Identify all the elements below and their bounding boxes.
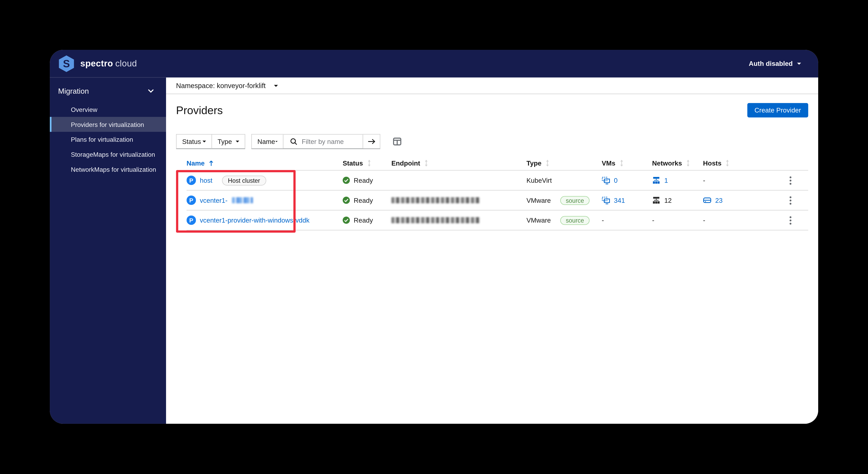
caret-down-icon [202,140,207,143]
create-provider-button[interactable]: Create Provider [747,103,808,118]
networks-value: - [652,216,654,224]
search-field-wrap [283,135,363,148]
sidebar-section-migration[interactable]: Migration [50,84,166,97]
row-kebab-menu-button[interactable] [788,194,794,206]
status-text: Ready [354,176,373,184]
ready-check-icon [343,216,350,224]
page-content: Providers Create Provider Status Type [166,103,818,230]
row-actions-cell [756,214,808,227]
hosts-value[interactable]: 23 [715,196,722,204]
sort-icon[interactable] [545,159,550,167]
network-icon [652,177,660,184]
column-header-endpoint[interactable]: Endpoint [391,159,526,167]
column-header-status[interactable]: Status [343,159,392,167]
name-filter-label: Name [257,138,275,146]
networks-value[interactable]: 1 [664,176,668,184]
row-kebab-menu-button[interactable] [788,174,794,186]
network-icon [652,197,660,204]
name-cell: PhostHost cluster [187,175,343,185]
column-header-hosts[interactable]: Hosts [703,159,808,167]
caret-down-icon [797,62,802,65]
vms-value[interactable]: 341 [614,196,625,204]
type-text: VMware [527,216,551,224]
svg-text:S: S [63,58,70,69]
app-window: S spectrocloud Auth disabled Migration O… [50,50,818,424]
source-badge: source [560,196,590,205]
table-row: Pvcenter1-provider-with-windows-vddkRead… [187,211,808,231]
sort-icon[interactable] [686,159,690,167]
vms-value[interactable]: 0 [614,176,618,184]
sidebar: Migration OverviewProviders for virtuali… [50,78,166,424]
vms-cell: 0 [602,176,652,184]
column-header-label: Networks [652,159,682,167]
sort-icon[interactable] [725,159,730,167]
main-area: Namespace: konveyor-forklift Providers C… [166,78,818,424]
status-text: Ready [354,196,373,204]
row-kebab-menu-button[interactable] [788,214,794,227]
status-filter-dropdown[interactable]: Status [176,134,212,149]
column-header-label: Name [187,159,205,167]
column-header-name[interactable]: Name [187,159,343,167]
column-header-type[interactable]: Type [527,159,602,167]
ready-check-icon [343,177,350,184]
brand-primary: spectro [80,58,113,68]
apply-filter-button[interactable] [363,135,380,148]
namespace-bar[interactable]: Namespace: konveyor-forklift [166,78,818,94]
title-row: Providers Create Provider [176,103,808,118]
hosts-value: - [703,216,705,224]
type-text: KubeVirt [527,176,552,184]
screenshot-stage: S spectrocloud Auth disabled Migration O… [0,0,868,474]
column-header-label: VMs [602,159,615,167]
networks-cell: 12 [652,196,703,204]
chevron-down-icon [148,89,154,93]
filter-by-name-input[interactable] [302,138,357,146]
svg-text:P: P [189,217,193,224]
type-cell: VMwaresource [527,196,602,205]
caret-down-icon [274,84,278,87]
svg-text:P: P [189,197,193,204]
brand: S spectrocloud [58,55,137,72]
sort-icon[interactable] [367,159,371,167]
sidebar-items: OverviewProviders for virtualizationPlan… [50,102,166,177]
status-text: Ready [354,216,373,224]
provider-name-link[interactable]: vcenter1- [200,196,227,204]
sidebar-item-providers-for-virtualization[interactable]: Providers for virtualization [50,117,166,132]
status-cell: Ready [343,216,392,224]
status-filter-label: Status [182,138,201,146]
auth-menu-label: Auth disabled [749,59,793,67]
auth-menu[interactable]: Auth disabled [749,59,802,67]
vm-icon [602,176,610,184]
name-filter-dropdown[interactable]: Name [252,135,283,148]
top-navbar: S spectrocloud Auth disabled [50,50,818,78]
column-header-vms[interactable]: VMs [602,159,652,167]
providers-table: NameStatusEndpointTypeVMsNetworksHosts P… [176,156,808,230]
page-title: Providers [176,104,223,117]
host-icon [703,197,711,204]
redacted-name-suffix [232,197,253,203]
sidebar-item-networkmaps-for-virtualization[interactable]: NetworkMaps for virtualization [50,162,166,177]
kebab-menu-icon [789,216,792,225]
type-filter-dropdown[interactable]: Type [212,134,245,149]
sidebar-item-overview[interactable]: Overview [50,102,166,117]
row-actions-cell [756,194,808,206]
caret-down-icon [275,140,278,143]
provider-name-link[interactable]: host [200,176,212,184]
sidebar-item-storagemaps-for-virtualization[interactable]: StorageMaps for virtualization [50,147,166,162]
spectro-cloud-logo-icon: S [58,55,75,72]
provider-name-link[interactable]: vcenter1-provider-with-windows-vddk [200,216,309,224]
manage-columns-button[interactable] [393,137,402,146]
column-header-networks[interactable]: Networks [652,159,703,167]
kebab-menu-icon [789,176,792,185]
source-badge: source [560,216,590,225]
name-cell: Pvcenter1-provider-with-windows-vddk [187,215,343,225]
window-body: Migration OverviewProviders for virtuali… [50,78,818,424]
provider-p-icon: P [187,196,196,205]
vm-icon [602,196,610,204]
networks-cell: 1 [652,176,703,184]
sort-icon[interactable] [619,159,624,167]
sort-icon[interactable] [424,159,429,167]
column-header-label: Endpoint [391,159,420,167]
sidebar-item-plans-for-virtualization[interactable]: Plans for virtualization [50,132,166,147]
sort-ascending-icon[interactable] [209,160,213,166]
networks-cell: - [652,216,703,224]
